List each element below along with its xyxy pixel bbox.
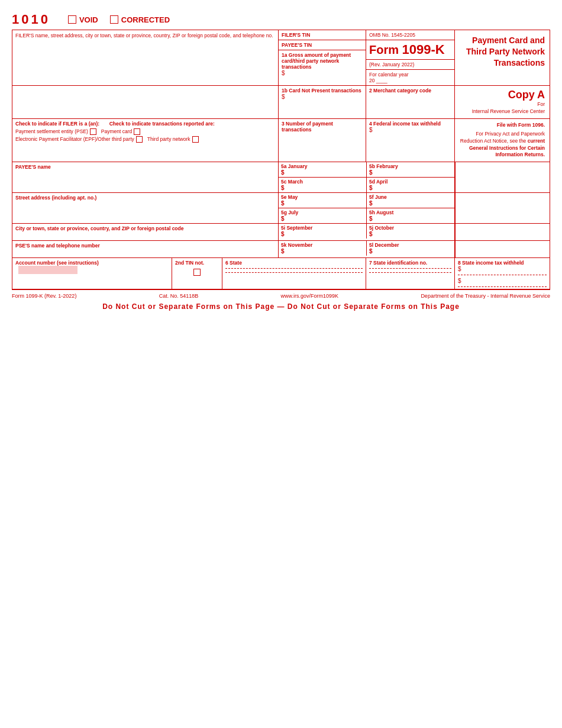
num-transactions-label: 3 Number of payment transactions (282, 121, 363, 133)
row-street: Street address (including apt. no.) 5e M… (12, 193, 550, 224)
notices-cont3 (455, 224, 550, 240)
file-with-section: File with Form 1096. For Privacy Act and… (455, 119, 550, 162)
state-id-block: 7 State identification no. (366, 258, 455, 289)
month-5g: 5g July $ (279, 208, 367, 223)
state-id-dashed (369, 268, 451, 269)
state-tax-dollar1: $ (458, 266, 547, 272)
corrected-checkbox[interactable] (110, 15, 118, 24)
omb-block: OMB No. 1545-2205 (366, 30, 454, 40)
copy-for: For (537, 101, 545, 107)
rev-block: (Rev. January 2022) (366, 60, 454, 70)
calendar-year: 20 ____ (369, 78, 451, 83)
notices-cont4 (455, 241, 550, 257)
row-2: 1b Card Not Present transactions $ 2 Mer… (12, 86, 550, 119)
corrected-label: CORRECTED (121, 15, 170, 24)
state-dashed-line (225, 268, 363, 269)
state-label: 6 State (225, 260, 363, 266)
filer-tin-block: FILER'S TIN (279, 30, 366, 40)
calendar-block: For calendar year 20 ____ (366, 70, 454, 85)
month-5d: 5d April $ (367, 178, 454, 192)
third-party-label: Third party network (147, 136, 190, 142)
2nd-tin-label: 2nd TIN not. (175, 260, 219, 266)
bottom-bar-text: Do Not Cut or Separate Forms on This Pag… (102, 302, 460, 311)
state-dashed-line2 (225, 272, 363, 273)
third-party-item: Third party network (147, 136, 199, 143)
state-id-label: 7 State identification no. (369, 260, 451, 266)
month-5f: 5f June $ (367, 193, 454, 208)
footer-form: Form 1099-K (Rev. 1-2022) (12, 293, 76, 299)
state-tax-dashed (458, 275, 547, 275)
months-row-6: 5k November $ 5l December $ (279, 241, 454, 256)
account-label: Account number (see instructions) (15, 260, 169, 266)
months-5i-5j: 5i September $ 5j October $ (279, 224, 455, 240)
fed-income-dollar: $ (369, 127, 451, 133)
copy-a-label: Copy A (460, 89, 545, 101)
month-5e: 5e May $ (279, 193, 367, 208)
tin-column: FILER'S TIN PAYEE'S TIN 1a Gross amount … (279, 30, 366, 85)
payment-card-item: Payment card (101, 128, 140, 135)
card-not-present-dollar: $ (282, 94, 363, 100)
rev-label: (Rev. January 2022) (369, 62, 451, 67)
card-not-present-label: 1b Card Not Present transactions (282, 88, 363, 94)
payee-tin-label: PAYEE'S TIN (282, 42, 363, 48)
payee-tin-block: PAYEE'S TIN (279, 40, 366, 50)
street-address-label: Street address (including apt. no.) (15, 195, 275, 201)
filer-tin-label: FILER'S TIN (282, 32, 363, 38)
row-account: Account number (see instructions) 2nd TI… (12, 258, 550, 289)
month-5h: 5h August $ (367, 208, 454, 223)
row-payee: PAYEE'S name 5a January $ 5b February $ (12, 162, 550, 193)
copy-irs: Internal Revenue Service Center (472, 108, 545, 114)
fed-income-block: 4 Federal income tax withheld $ (366, 119, 455, 162)
account-input-field[interactable] (18, 266, 77, 274)
city-label: City or town, state or province, country… (15, 226, 275, 231)
privacy-notice: For Privacy Act and Paperwork Reduction … (460, 131, 545, 159)
gross-block: 1a Gross amount of payment card/third pa… (279, 50, 366, 85)
row-pse-name: PSE'S name and telephone number 5k Novem… (12, 241, 550, 258)
state-id-dashed2 (369, 272, 451, 273)
state-tax-dashed2 (458, 286, 547, 287)
main-form: FILER'S name, street address, city or to… (12, 30, 550, 290)
filer-label: FILER'S name, street address, city or to… (15, 33, 275, 38)
omb-column: OMB No. 1545-2205 Form 1099-K (Rev. Janu… (366, 30, 455, 85)
form-footer: Form 1099-K (Rev. 1-2022) Cat. No. 54118… (12, 293, 550, 299)
2nd-tin-checkbox[interactable] (193, 269, 201, 276)
pse-checkbox[interactable] (90, 128, 96, 135)
months-row-4: 5g July $ 5h August $ (279, 208, 454, 223)
row-3: Check to indicate if FILER is a (an): Ch… (12, 119, 550, 163)
months-5e-5f: 5e May $ 5f June $ 5g July $ 5h August (279, 193, 455, 223)
check-options-row2: Electronic Payment Facilitator (EPF)/Oth… (15, 136, 275, 143)
check-options: Payment settlement entity (PSE) Payment … (15, 128, 275, 135)
merchant-category-label: 2 Merchant category code (369, 88, 451, 94)
void-checkbox-label[interactable]: VOID (68, 15, 98, 24)
epf-checkbox[interactable] (136, 136, 143, 143)
notices-cont (455, 162, 550, 192)
epf-label: Electronic Payment Facilitator (EPF)/Oth… (15, 136, 134, 142)
card-not-present-block: 1b Card Not Present transactions $ (279, 86, 366, 118)
months-row-3: 5e May $ 5f June $ (279, 193, 454, 208)
month-5a: 5a January $ (279, 162, 367, 177)
pse-label: Payment settlement entity (PSE) (15, 128, 88, 134)
corrected-checkbox-label[interactable]: CORRECTED (110, 15, 170, 24)
month-5i: 5i September $ (279, 224, 367, 239)
footer-url: www.irs.gov/Form1099K (281, 293, 339, 299)
month-5k: 5k November $ (279, 241, 367, 256)
account-number-block: Account number (see instructions) (12, 258, 172, 289)
state-tax-label: 8 State income tax withheld (458, 260, 547, 266)
street-address-block: Street address (including apt. no.) (12, 193, 279, 223)
row-city: City or town, state or province, country… (12, 224, 550, 241)
void-checkbox[interactable] (68, 15, 76, 24)
pse-check-item: Payment settlement entity (PSE) (15, 128, 96, 135)
void-corrected-section: VOID CORRECTED (68, 15, 170, 24)
gross-label: 1a Gross amount of payment card/third pa… (282, 52, 363, 70)
calendar-label: For calendar year (369, 72, 451, 78)
form-k-block: Form 1099-K (366, 40, 454, 60)
file-with-label: File with Form 1096. (460, 122, 545, 128)
merchant-category-block: 2 Merchant category code (366, 86, 455, 118)
footer-cat: Cat. No. 54118B (159, 293, 199, 299)
epf-check-item: Electronic Payment Facilitator (EPF)/Oth… (15, 136, 143, 143)
payee-name-label: PAYEE'S name (15, 164, 275, 170)
months-5a-5b: 5a January $ 5b February $ 5c March $ 5d… (279, 162, 455, 192)
payment-card-checkbox[interactable] (134, 128, 140, 135)
form-1099k-large: Form 1099-K (369, 43, 445, 56)
third-party-checkbox[interactable] (192, 136, 199, 143)
